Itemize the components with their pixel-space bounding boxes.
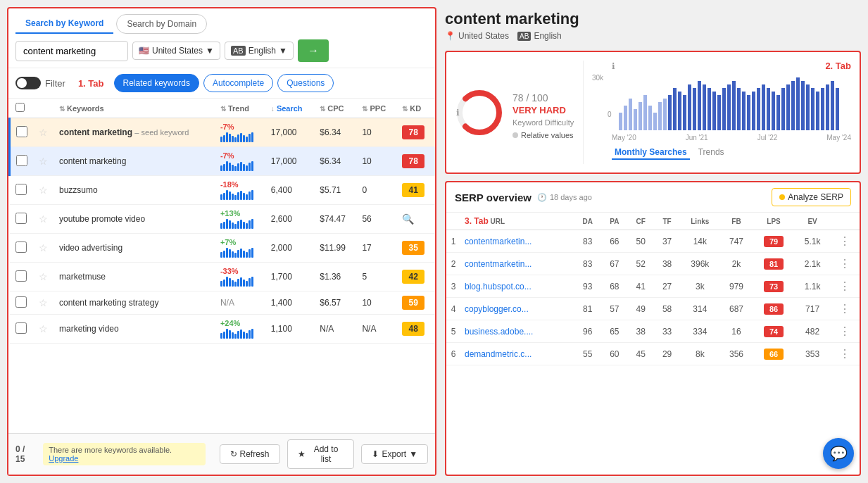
country-label: United States <box>152 46 203 56</box>
row-checkbox[interactable] <box>15 213 27 224</box>
search-input[interactable] <box>15 41 128 61</box>
upgrade-link[interactable]: Upgrade <box>49 454 78 463</box>
search-volume-cell: 17,000 <box>265 147 314 176</box>
th-serp-fb[interactable]: FB <box>719 213 753 230</box>
th-serp-da[interactable]: DA <box>574 213 601 230</box>
chat-icon: 💬 <box>830 445 848 462</box>
favorite-icon[interactable]: ☆ <box>39 271 48 282</box>
analyze-serp-button[interactable]: Analyze SERP <box>772 188 851 206</box>
language-label: English <box>249 46 276 56</box>
serp-row-menu[interactable]: ⋮ <box>839 280 850 292</box>
favorite-icon[interactable]: ☆ <box>39 297 48 308</box>
serp-row-menu[interactable]: ⋮ <box>839 258 850 270</box>
chart-tab-monthly[interactable]: Monthly Searches <box>612 146 690 160</box>
svg-rect-17 <box>693 88 696 130</box>
svg-rect-29 <box>752 92 755 130</box>
serp-num: 1 <box>446 230 460 253</box>
serp-url[interactable]: business.adobe.... <box>460 320 574 343</box>
favorite-icon[interactable]: ☆ <box>39 184 48 196</box>
row-checkbox[interactable] <box>15 322 27 334</box>
meta-language: AB English <box>517 31 562 41</box>
svg-rect-28 <box>747 95 750 130</box>
th-serp-cf[interactable]: CF <box>628 213 654 230</box>
row-checkbox[interactable] <box>15 296 27 308</box>
th-kd[interactable]: ⇅ KD <box>396 99 435 118</box>
favorite-icon[interactable]: ☆ <box>39 323 48 334</box>
th-serp-lps[interactable]: LPS <box>753 213 795 230</box>
serp-row-menu[interactable]: ⋮ <box>839 348 850 360</box>
row-checkbox[interactable] <box>15 242 27 253</box>
ppc-cell: 0 <box>356 176 396 205</box>
row-checkbox[interactable] <box>16 155 27 166</box>
favorite-icon[interactable]: ☆ <box>39 156 48 167</box>
language-select[interactable]: AB English ▼ <box>225 42 294 60</box>
row-checkbox[interactable] <box>16 126 27 137</box>
svg-rect-5 <box>634 109 637 130</box>
country-select[interactable]: 🇺🇸 United States ▼ <box>132 42 220 60</box>
serp-pa: 68 <box>601 275 627 298</box>
serp-da: 81 <box>574 298 601 320</box>
serp-links: 334 <box>680 320 719 343</box>
chart-tab-trends[interactable]: Trends <box>696 146 727 160</box>
row-checkbox[interactable] <box>15 184 27 195</box>
serp-title: SERP overview <box>455 192 532 203</box>
th-serp-pa[interactable]: PA <box>601 213 627 230</box>
th-serp-links[interactable]: Links <box>680 213 719 230</box>
th-cpc[interactable]: ⇅ CPC <box>314 99 356 118</box>
th-keywords[interactable]: ⇅ Keywords <box>54 99 215 118</box>
tab-search-domain[interactable]: Search by Domain <box>116 14 207 34</box>
th-ppc[interactable]: ⇅ PPC <box>356 99 396 118</box>
serp-row-menu[interactable]: ⋮ <box>839 235 850 247</box>
chart-info-icon[interactable]: ℹ <box>612 61 615 71</box>
serp-num: 4 <box>446 298 460 320</box>
svg-rect-35 <box>781 88 785 130</box>
add-to-list-button[interactable]: ★ Add to list <box>287 439 355 469</box>
serp-age: 🕐 18 days ago <box>537 193 592 202</box>
select-all-checkbox[interactable] <box>15 103 25 112</box>
serp-url[interactable]: blog.hubspot.co... <box>460 275 574 298</box>
serp-num: 2 <box>446 253 460 275</box>
row-checkbox[interactable] <box>15 270 27 282</box>
serp-num: 3 <box>446 275 460 298</box>
ppc-cell: 10 <box>356 147 396 176</box>
trend-cell: +13% <box>215 205 265 234</box>
favorite-icon[interactable]: ☆ <box>39 213 48 225</box>
serp-ev: 5.1k <box>795 230 831 253</box>
th-serp-ev[interactable]: EV <box>795 213 831 230</box>
serp-row-menu[interactable]: ⋮ <box>839 325 850 337</box>
svg-rect-20 <box>707 88 711 130</box>
serp-fb: 356 <box>719 343 753 365</box>
tab-search-keyword[interactable]: Search by Keyword <box>15 14 113 34</box>
svg-rect-12 <box>668 95 672 130</box>
trend-cell: -7% <box>215 118 265 147</box>
favorite-icon[interactable]: ☆ <box>39 127 48 138</box>
th-serp-tf[interactable]: TF <box>654 213 680 230</box>
kd-cell: 78 <box>396 147 435 176</box>
tab2-label: 2. Tab <box>825 61 851 71</box>
th-search[interactable]: ↓ Search <box>265 99 314 118</box>
serp-url[interactable]: demandmetric.c... <box>460 343 574 365</box>
serp-lps: 73 <box>753 275 795 298</box>
tab-questions[interactable]: Questions <box>277 74 334 92</box>
tab-related-keywords[interactable]: Related keywords <box>114 74 199 92</box>
export-button[interactable]: ⬇ Export ▼ <box>361 444 428 464</box>
relative-values[interactable]: Relative values <box>512 131 574 139</box>
cpc-cell: $6.57 <box>314 291 356 315</box>
serp-url[interactable]: contentmarketin... <box>460 253 574 275</box>
favorite-icon[interactable]: ☆ <box>39 242 48 253</box>
refresh-button[interactable]: ↻ Refresh <box>220 444 280 464</box>
keyword-cell: video advertising <box>54 234 215 263</box>
svg-rect-19 <box>703 84 706 130</box>
serp-url[interactable]: contentmarketin... <box>460 230 574 253</box>
kd-badge: 35 <box>402 241 424 255</box>
filter-toggle[interactable] <box>15 77 41 89</box>
serp-tf: 58 <box>654 298 680 320</box>
serp-url[interactable]: copyblogger.co... <box>460 298 574 320</box>
serp-row-menu[interactable]: ⋮ <box>839 303 850 315</box>
difficulty-info-icon[interactable]: ℹ <box>456 108 460 118</box>
chat-bubble[interactable]: 💬 <box>823 438 854 469</box>
tab-autocomplete[interactable]: Autocomplete <box>203 74 273 92</box>
go-button[interactable]: → <box>298 39 329 62</box>
th-trend[interactable]: ⇅ Trend <box>215 99 265 118</box>
search-volume-cell: 2,600 <box>265 205 314 234</box>
